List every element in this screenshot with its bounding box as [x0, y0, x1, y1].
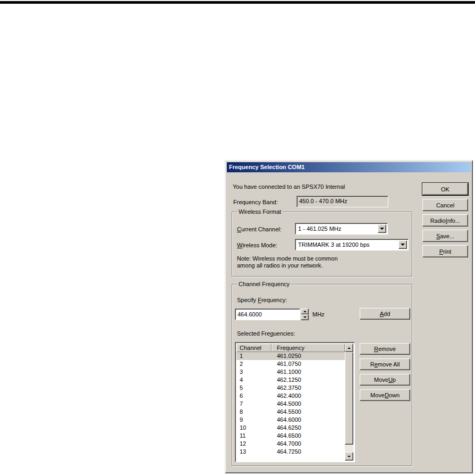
cell-channel: 9: [236, 416, 272, 424]
cancel-button[interactable]: Cancel: [422, 199, 468, 211]
chevron-down-icon: [380, 228, 384, 230]
wireless-format-group-title: Wireless Format: [237, 208, 283, 215]
table-row[interactable]: 10464.6250: [236, 424, 345, 432]
wireless-mode-select[interactable]: TRIMMARK 3 at 19200 bps: [295, 239, 409, 250]
specify-frequency-label: Specify Frequency:: [237, 297, 287, 304]
cell-frequency: 461.0750: [272, 360, 345, 368]
cell-channel: 6: [236, 392, 272, 400]
table-row[interactable]: 13464.7250: [236, 448, 345, 456]
wireless-mode-label: Wireless Mode:: [237, 242, 277, 249]
cell-frequency: 464.6250: [272, 424, 345, 432]
radio-info-button[interactable]: Radio Info...: [422, 214, 468, 227]
cell-channel: 10: [236, 424, 272, 432]
frequency-column-header[interactable]: Frequency: [272, 344, 345, 352]
frequency-band-label: Frequency Band:: [233, 199, 278, 206]
cell-frequency: 461.0250: [272, 352, 345, 360]
table-row[interactable]: 3461.1000: [236, 368, 345, 376]
frequency-band-field: 450.0 - 470.0 MHz: [296, 196, 388, 207]
wireless-mode-dropdown-button[interactable]: [398, 240, 407, 249]
current-channel-value: 1 - 461.025 MHz: [298, 225, 341, 232]
channel-frequency-group: Channel Frequency Specify Frequency: MHz…: [232, 284, 412, 466]
channel-column-header[interactable]: Channel: [236, 344, 272, 352]
current-channel-select[interactable]: 1 - 461.025 MHz: [295, 223, 388, 235]
table-row[interactable]: 5462.3750: [236, 384, 345, 392]
cell-frequency: 462.4000: [272, 392, 345, 400]
cell-frequency: 464.6000: [272, 416, 345, 424]
remove-all-button[interactable]: Remove All: [360, 358, 410, 370]
cell-channel: 1: [236, 352, 272, 360]
move-up-button[interactable]: Move Up: [360, 374, 410, 386]
print-button[interactable]: Print: [422, 245, 468, 257]
selected-frequencies-label: Selected Frequencies:: [237, 330, 295, 337]
scroll-down-button[interactable]: [345, 452, 353, 461]
current-channel-dropdown-button[interactable]: [378, 224, 386, 233]
list-header: Channel Frequency: [236, 344, 345, 352]
table-row[interactable]: 6462.4000: [236, 392, 345, 400]
current-channel-label: Current Channel:: [237, 226, 282, 233]
cell-frequency: 464.5000: [272, 400, 345, 408]
scrollbar-thumb[interactable]: [345, 352, 353, 445]
table-row[interactable]: 12464.7000: [236, 440, 345, 448]
table-row[interactable]: 11464.6500: [236, 432, 345, 440]
cell-channel: 13: [236, 448, 272, 456]
remove-button[interactable]: Remove: [360, 343, 410, 355]
channel-frequency-group-title: Channel Frequency: [237, 281, 291, 288]
dialog-titlebar[interactable]: Frequency Selection COM1: [227, 162, 471, 172]
table-row[interactable]: 1461.0250: [236, 352, 345, 360]
cell-frequency: 464.5500: [272, 408, 345, 416]
spinner-up-button[interactable]: [301, 308, 309, 314]
cell-channel: 8: [236, 408, 272, 416]
scrollbar-track[interactable]: [345, 445, 353, 452]
cell-channel: 2: [236, 360, 272, 368]
scroll-up-icon: [347, 347, 351, 349]
wireless-mode-value: TRIMMARK 3 at 19200 bps: [298, 241, 370, 248]
wireless-format-group: Wireless Format Current Channel: 1 - 461…: [232, 212, 412, 277]
table-row[interactable]: 2461.0750: [236, 360, 345, 368]
chevron-down-icon: [401, 244, 405, 246]
cell-frequency: 464.7000: [272, 440, 345, 448]
cell-frequency: 462.1250: [272, 376, 345, 384]
list-rows: 1461.0250 2461.0750 3461.1000 4462.1250 …: [236, 352, 345, 461]
wireless-mode-note-line2: among all radios in your network.: [237, 262, 323, 269]
cell-channel: 7: [236, 400, 272, 408]
table-row[interactable]: 7464.5000: [236, 400, 345, 408]
wireless-mode-note-line1: Note: Wireless mode must be common: [237, 255, 338, 262]
ok-button[interactable]: OK: [422, 183, 468, 195]
frequency-selection-dialog: Frequency Selection COM1 You have connec…: [225, 160, 473, 473]
spinner-down-button[interactable]: [301, 314, 309, 320]
frequency-spinner: [301, 308, 309, 320]
cell-frequency: 461.1000: [272, 368, 345, 376]
move-down-button[interactable]: Move Down: [360, 389, 410, 401]
add-button[interactable]: Add: [360, 308, 410, 320]
frequency-input[interactable]: [235, 308, 300, 320]
table-row[interactable]: 4462.1250: [236, 376, 345, 384]
scroll-up-button[interactable]: [345, 344, 353, 352]
table-row[interactable]: 9464.6000: [236, 416, 345, 424]
page-top-rule: [0, 1, 475, 4]
cell-frequency: 462.3750: [272, 384, 345, 392]
cell-channel: 3: [236, 368, 272, 376]
cell-channel: 5: [236, 384, 272, 392]
connection-status-text: You have connected to an SPSX70 Internal: [233, 183, 345, 190]
dialog-title: Frequency Selection COM1: [229, 164, 304, 170]
cell-frequency: 464.7250: [272, 448, 345, 456]
scroll-down-icon: [347, 456, 351, 457]
save-button[interactable]: Save...: [422, 230, 468, 242]
cell-frequency: 464.6500: [272, 432, 345, 440]
cell-channel: 11: [236, 432, 272, 440]
cell-channel: 12: [236, 440, 272, 448]
spinner-up-icon: [303, 311, 307, 312]
spinner-down-icon: [303, 316, 307, 318]
cell-channel: 4: [236, 376, 272, 384]
mhz-unit-label: MHz: [312, 311, 325, 318]
selected-frequencies-list: Channel Frequency 1461.0250 2461.0750 34…: [235, 342, 355, 462]
table-row[interactable]: 8464.5500: [236, 408, 345, 416]
vertical-scrollbar[interactable]: [345, 344, 353, 461]
